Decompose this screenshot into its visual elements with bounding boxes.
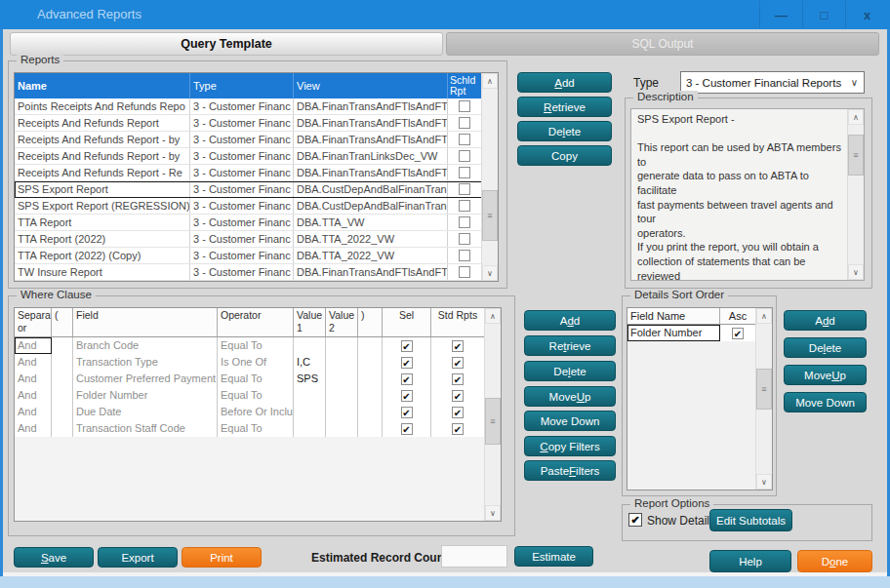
- where-row[interactable]: And Folder Number Equal To ✔ ✔: [15, 387, 484, 404]
- details-scrollbar[interactable]: ∧ ≡ ∨: [755, 308, 772, 490]
- where-close-paren[interactable]: [358, 337, 383, 354]
- where-open-paren[interactable]: [52, 387, 73, 404]
- schld-rpt-checkbox[interactable]: [459, 117, 470, 129]
- where-open-paren[interactable]: [52, 371, 73, 387]
- show-details-checkbox[interactable]: ✔: [628, 513, 642, 527]
- reports-delete-button[interactable]: Delete: [517, 121, 612, 141]
- where-field[interactable]: Transaction Staff Code: [73, 420, 218, 437]
- reports-col-name[interactable]: Name: [15, 73, 190, 98]
- where-operator[interactable]: Equal To: [218, 337, 294, 354]
- sel-checkbox[interactable]: ✔: [401, 357, 413, 369]
- where-field[interactable]: Customer Preferred Payment M: [73, 371, 218, 387]
- scroll-up-button[interactable]: ∧: [848, 109, 864, 125]
- schld-rpt-checkbox[interactable]: [459, 100, 470, 112]
- details-add-button[interactable]: Add: [784, 310, 867, 331]
- where-operator[interactable]: Is One Of: [218, 354, 294, 371]
- where-field[interactable]: Transaction Type: [73, 354, 218, 371]
- details-field-name[interactable]: Folder Number: [627, 325, 720, 341]
- std-rpts-checkbox[interactable]: ✔: [452, 423, 464, 435]
- std-rpts-checkbox[interactable]: ✔: [452, 373, 464, 385]
- edit-subtotals-button[interactable]: Edit Subtotals: [709, 509, 792, 531]
- where-col-open-paren[interactable]: (: [52, 308, 73, 336]
- estimated-record-count-field[interactable]: [441, 545, 507, 568]
- where-separator[interactable]: And: [15, 420, 52, 437]
- where-value2[interactable]: [326, 387, 358, 404]
- where-separator[interactable]: And: [15, 354, 52, 371]
- scroll-down-button[interactable]: ∨: [848, 264, 864, 280]
- where-value2[interactable]: [326, 337, 358, 354]
- where-value1[interactable]: [294, 387, 326, 404]
- reports-copy-button[interactable]: Copy: [517, 145, 612, 166]
- sel-checkbox[interactable]: ✔: [401, 423, 413, 435]
- where-value2[interactable]: [326, 420, 358, 437]
- scrollbar-thumb[interactable]: ≡: [485, 398, 501, 445]
- scroll-down-button[interactable]: ∨: [756, 474, 772, 490]
- report-row[interactable]: Receipts And Refunds Report - by 3 - Cus…: [15, 148, 482, 165]
- asc-checkbox[interactable]: ✔: [732, 328, 744, 339]
- where-value1[interactable]: I,C: [294, 354, 326, 371]
- reports-retrieve-button[interactable]: Retrieve: [517, 97, 612, 117]
- std-rpts-checkbox[interactable]: ✔: [452, 390, 464, 402]
- schld-rpt-checkbox[interactable]: [459, 150, 470, 162]
- tab-query-template[interactable]: Query Template: [10, 32, 443, 56]
- estimate-button[interactable]: Estimate: [514, 546, 593, 567]
- where-open-paren[interactable]: [52, 354, 73, 371]
- std-rpts-checkbox[interactable]: ✔: [452, 340, 464, 352]
- where-close-paren[interactable]: [358, 354, 383, 371]
- scroll-up-button[interactable]: ∧: [482, 73, 498, 89]
- where-row[interactable]: And Due Date Before Or Includ ✔ ✔: [15, 404, 484, 420]
- where-value2[interactable]: [326, 354, 358, 371]
- schld-rpt-checkbox[interactable]: [459, 216, 470, 228]
- where-field[interactable]: Branch Code: [73, 337, 218, 354]
- where-open-paren[interactable]: [52, 404, 73, 420]
- std-rpts-checkbox[interactable]: ✔: [452, 407, 464, 418]
- where-open-paren[interactable]: [52, 337, 73, 354]
- where-col-operator[interactable]: Operator: [218, 308, 294, 336]
- where-field[interactable]: Due Date: [73, 404, 218, 420]
- where-row[interactable]: And Transaction Staff Code Equal To ✔ ✔: [15, 420, 484, 437]
- sel-checkbox[interactable]: ✔: [401, 340, 413, 352]
- where-operator[interactable]: Equal To: [218, 387, 294, 404]
- where-value1[interactable]: [294, 420, 326, 437]
- sel-checkbox[interactable]: ✔: [401, 407, 413, 418]
- where-separator[interactable]: And: [15, 371, 52, 387]
- where-open-paren[interactable]: [52, 420, 73, 437]
- where-close-paren[interactable]: [358, 404, 383, 420]
- sel-checkbox[interactable]: ✔: [401, 390, 413, 402]
- where-row[interactable]: And Branch Code Equal To ✔ ✔: [15, 337, 484, 354]
- where-operator[interactable]: Before Or Includ: [218, 404, 294, 420]
- std-rpts-checkbox[interactable]: ✔: [452, 357, 464, 369]
- where-separator[interactable]: And: [15, 404, 52, 420]
- where-scrollbar[interactable]: ∧ ≡ ∨: [484, 308, 501, 521]
- report-row[interactable]: Receipts And Refunds Report - by 3 - Cus…: [15, 132, 482, 148]
- where-row[interactable]: And Transaction Type Is One Of I,C ✔ ✔: [15, 354, 484, 371]
- maximize-button[interactable]: □: [802, 1, 845, 28]
- where-col-value1[interactable]: Value 1: [294, 308, 326, 336]
- details-col-field-name[interactable]: Field Name: [627, 308, 720, 324]
- schld-rpt-checkbox[interactable]: [459, 183, 470, 195]
- scroll-up-button[interactable]: ∧: [756, 308, 772, 324]
- where-close-paren[interactable]: [358, 420, 383, 437]
- where-row[interactable]: And Customer Preferred Payment M Equal T…: [15, 371, 484, 387]
- done-button[interactable]: Done: [797, 550, 872, 572]
- schld-rpt-checkbox[interactable]: [459, 233, 470, 245]
- where-close-paren[interactable]: [358, 387, 383, 404]
- where-operator[interactable]: Equal To: [218, 371, 294, 387]
- reports-col-schld-rpt[interactable]: Schld Rpt: [448, 73, 481, 98]
- schld-rpt-checkbox[interactable]: [459, 266, 470, 278]
- minimize-button[interactable]: —: [759, 1, 802, 28]
- details-col-asc[interactable]: Asc: [720, 308, 755, 324]
- where-value1[interactable]: SPS: [294, 371, 326, 387]
- reports-col-view[interactable]: View: [294, 73, 448, 98]
- details-row[interactable]: Folder Number ✔: [627, 325, 755, 341]
- report-row[interactable]: Points Receipts And Refunds Repo 3 - Cus…: [15, 98, 482, 115]
- where-col-close-paren[interactable]: ): [358, 308, 383, 336]
- reports-col-type[interactable]: Type: [190, 73, 294, 98]
- details-move-down-button[interactable]: Move Down: [784, 392, 867, 412]
- scrollbar-thumb[interactable]: ≡: [756, 369, 772, 410]
- where-paste-filters-button[interactable]: Paste Filters: [524, 460, 616, 481]
- scrollbar-thumb[interactable]: ≡: [482, 190, 498, 241]
- reports-scrollbar[interactable]: ∧ ≡ ∨: [481, 73, 498, 281]
- schld-rpt-checkbox[interactable]: [459, 134, 470, 145]
- save-button[interactable]: Save: [14, 547, 94, 568]
